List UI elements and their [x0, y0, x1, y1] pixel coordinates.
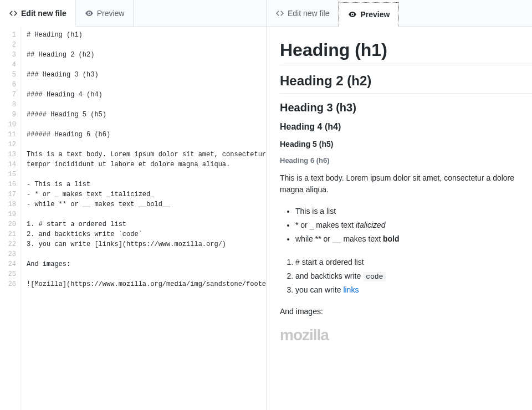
- line-number: 5: [0, 70, 16, 80]
- code-line[interactable]: This is a text body. Lorem ipsum dolor s…: [27, 150, 266, 160]
- line-number: 4: [0, 60, 16, 70]
- tab-edit-new-file[interactable]: Edit new file: [0, 0, 76, 27]
- line-number: 2: [0, 40, 16, 50]
- line-number-gutter: 1234567891011121314151617181920212223242…: [0, 27, 21, 410]
- code-line[interactable]: - This is a list: [27, 180, 266, 189]
- line-number: 6: [0, 80, 16, 90]
- preview-link[interactable]: links: [343, 285, 359, 294]
- code-line[interactable]: [27, 140, 266, 150]
- line-number: 15: [0, 170, 16, 180]
- code-line[interactable]: ### Heading 3 (h3): [27, 70, 266, 80]
- tab-preview-label: Preview: [97, 9, 125, 18]
- line-number: 14: [0, 160, 16, 170]
- code-line[interactable]: [27, 209, 266, 219]
- line-number: 22: [0, 239, 16, 249]
- preview-body-text: This is a text body. Lorem ipsum dolor s…: [280, 172, 532, 196]
- code-line[interactable]: - while ** or __ makes text __bold__: [27, 199, 266, 209]
- code-line[interactable]: 1. # start a ordered list: [27, 219, 266, 229]
- preview-h4: Heading 4 (h4): [280, 122, 532, 132]
- line-number: 18: [0, 199, 16, 209]
- list-item: and backticks write code: [295, 269, 532, 283]
- line-number: 7: [0, 90, 16, 100]
- line-number: 17: [0, 189, 16, 199]
- preview-tabbar: Edit new file Preview: [267, 0, 532, 27]
- editor-pane: Edit new file Preview 123456789101112131…: [0, 0, 266, 410]
- italic-text: italicized: [356, 221, 386, 229]
- code-line[interactable]: [27, 60, 266, 70]
- eye-icon: [348, 10, 357, 19]
- line-number: 10: [0, 120, 16, 130]
- line-number: 26: [0, 279, 16, 289]
- code-line[interactable]: [27, 249, 266, 259]
- app-frame: Edit new file Preview 123456789101112131…: [0, 0, 532, 410]
- line-number: 21: [0, 229, 16, 239]
- code-line[interactable]: ## Heading 2 (h2): [27, 50, 266, 60]
- line-number: 8: [0, 100, 16, 110]
- tab-preview[interactable]: Preview: [339, 2, 399, 27]
- inline-code: code: [363, 272, 386, 281]
- line-number: 19: [0, 209, 16, 219]
- code-editor[interactable]: 1234567891011121314151617181920212223242…: [0, 27, 266, 410]
- code-line[interactable]: 3. you can write [links](https://www.moz…: [27, 239, 266, 249]
- tab-edit-label: Edit new file: [288, 9, 329, 18]
- preview-h2: Heading 2 (h2): [280, 73, 532, 94]
- line-number: 11: [0, 130, 16, 140]
- line-number: 24: [0, 259, 16, 269]
- line-number: 12: [0, 140, 16, 150]
- code-icon: [275, 9, 284, 18]
- editor-tabbar: Edit new file Preview: [0, 0, 266, 27]
- preview-h6: Heading 6 (h6): [280, 156, 532, 165]
- line-number: 20: [0, 219, 16, 229]
- preview-ordered-list: # start a ordered list and backticks wri…: [280, 255, 532, 298]
- code-line[interactable]: 2. and backticks write `code`: [27, 229, 266, 239]
- code-icon: [9, 9, 18, 18]
- preview-h5: Heading 5 (h5): [280, 140, 532, 148]
- preview-pane: Edit new file Preview Heading (h1) Headi…: [266, 0, 532, 410]
- code-line[interactable]: # Heading (h1): [27, 30, 266, 40]
- line-number: 3: [0, 50, 16, 60]
- code-line[interactable]: [27, 100, 266, 110]
- preview-h1: Heading (h1): [280, 40, 532, 65]
- eye-icon: [85, 9, 94, 18]
- preview-images-label: And images:: [280, 306, 532, 317]
- code-line[interactable]: And images:: [27, 259, 266, 269]
- code-line[interactable]: - * or _ makes text _italicized_: [27, 189, 266, 199]
- code-line[interactable]: [27, 120, 266, 130]
- code-line[interactable]: #### Heading 4 (h4): [27, 90, 266, 100]
- code-line[interactable]: [27, 80, 266, 90]
- code-line[interactable]: [27, 269, 266, 279]
- line-number: 25: [0, 269, 16, 279]
- preview-h3: Heading 3 (h3): [280, 101, 532, 114]
- code-line[interactable]: [27, 170, 266, 180]
- preview-unordered-list: This is a list * or _ makes text italici…: [280, 204, 532, 247]
- bold-text: bold: [383, 234, 400, 243]
- code-line[interactable]: tempor incididunt ut labore et dolore ma…: [27, 160, 266, 170]
- code-content[interactable]: # Heading (h1) ## Heading 2 (h2) ### Hea…: [21, 27, 266, 410]
- list-item: # start a ordered list: [295, 255, 532, 269]
- code-line[interactable]: ##### Heading 5 (h5): [27, 110, 266, 120]
- list-item: you can write links: [295, 283, 532, 297]
- mozilla-logo-image: mozilla: [280, 326, 532, 344]
- code-line[interactable]: [27, 40, 266, 50]
- list-item: * or _ makes text italicized: [295, 218, 532, 232]
- list-item: while ** or __ makes text bold: [295, 232, 532, 246]
- list-item: This is a list: [295, 204, 532, 218]
- markdown-preview: Heading (h1) Heading 2 (h2) Heading 3 (h…: [267, 27, 532, 410]
- tab-preview-label: Preview: [360, 10, 390, 19]
- line-number: 13: [0, 150, 16, 160]
- line-number: 1: [0, 30, 16, 40]
- tab-edit-label: Edit new file: [21, 9, 66, 18]
- line-number: 16: [0, 180, 16, 189]
- line-number: 9: [0, 110, 16, 120]
- tab-edit-new-file[interactable]: Edit new file: [267, 0, 339, 27]
- code-line[interactable]: ![Mozilla](https://www.mozilla.org/media…: [27, 279, 266, 289]
- code-line[interactable]: ###### Heading 6 (h6): [27, 130, 266, 140]
- tab-preview[interactable]: Preview: [76, 0, 134, 27]
- line-number: 23: [0, 249, 16, 259]
